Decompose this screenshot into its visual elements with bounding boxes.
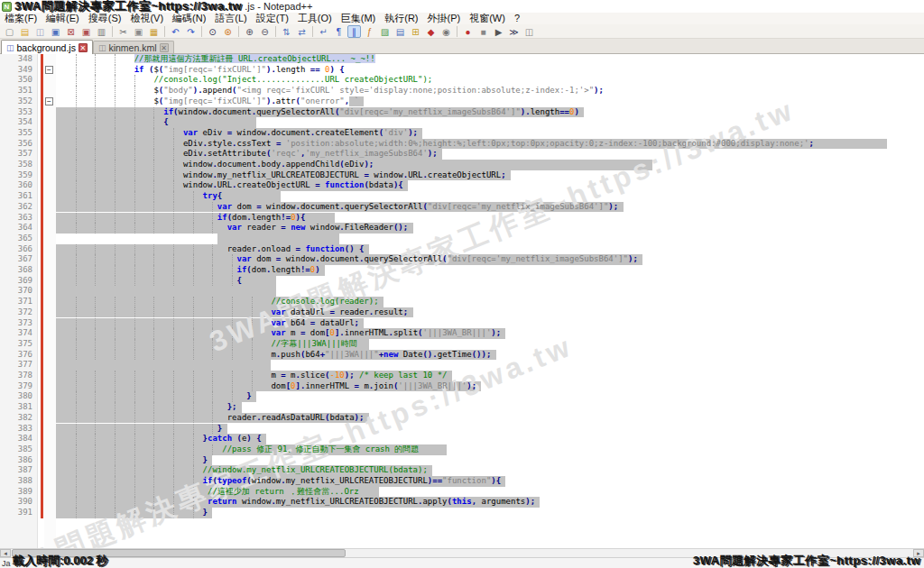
menu-item-巨集M[interactable]: 巨集(M) — [337, 13, 381, 24]
load-time-watermark: 載入時間:0.002 秒載入時間:0.002 秒 — [13, 553, 107, 568]
code-line[interactable]: eDiv.style.cssText = 'position:absolute;… — [56, 139, 814, 150]
code-line[interactable]: var m = dom[0].innerHTML.split('|||3WA_B… — [56, 328, 501, 339]
document-map-icon[interactable]: ▨ — [378, 25, 392, 38]
show-all-characters-icon[interactable]: ¶ — [332, 25, 346, 38]
zoom-in-icon[interactable]: ⊕ — [243, 25, 256, 38]
redo-icon[interactable]: ↷ — [184, 25, 198, 38]
word-wrap-icon[interactable]: ↵ — [317, 25, 330, 38]
code-line[interactable]: if(dom.length!=0){ — [56, 213, 305, 224]
tab-kinmen.kml[interactable]: ◫kinmen.kml✕ — [93, 41, 174, 53]
code-line[interactable]: var dataUrl = reader.result; — [56, 307, 408, 318]
undo-icon[interactable]: ↶ — [169, 25, 182, 38]
function-list-icon[interactable]: ƒ — [363, 25, 376, 38]
monitoring-eye-icon[interactable]: ◉ — [439, 25, 453, 38]
code-line[interactable]: } — [56, 455, 208, 466]
code-line[interactable]: m.push(b64+"|||3WA|||"+new Date().getTim… — [56, 350, 491, 361]
zoom-out-icon[interactable]: ⊖ — [258, 25, 272, 38]
code-line[interactable]: //window.my_netflix_URLCREATEOBJECTURL(b… — [56, 465, 428, 476]
menu-item-外掛P[interactable]: 外掛(P) — [423, 13, 466, 24]
title-bar: N 3WA問題解決專家工作室~https://3wa.tw3WA問題解決專家工作… — [0, 0, 924, 13]
tab-bar: ◫background.js✕◫kinmen.kml✕ — [0, 39, 924, 54]
code-line[interactable]: window.URL.createObjectURL = function(bd… — [56, 180, 403, 191]
menu-item-視窗W[interactable]: 視窗(W) — [465, 13, 510, 24]
menu-item-[interactable]: ? — [510, 13, 524, 24]
code-line[interactable]: reader.readAsDataURL(bdata); — [56, 413, 364, 424]
tab-background.js[interactable]: ◫background.js✕ — [1, 40, 93, 54]
code-line[interactable]: //console.log(reader); — [56, 297, 379, 307]
code-line[interactable]: return window.my_netflix_URLCREATEOBJECT… — [56, 497, 535, 508]
code-line[interactable]: window.my_netflix_URLCREATEOBJECTURL = w… — [56, 170, 506, 181]
macro-record-icon[interactable]: ● — [461, 25, 475, 38]
code-line[interactable]: }catch (e) { — [56, 434, 262, 444]
close-all-icon[interactable]: ▣ — [79, 25, 93, 38]
menu-item-執行R[interactable]: 執行(R) — [380, 13, 422, 24]
code-line[interactable]: { — [56, 276, 242, 287]
copy-icon[interactable]: ▣ — [132, 25, 145, 38]
macro-play-icon[interactable]: ▶ — [492, 25, 505, 38]
code-line[interactable]: var b64 = dataUrl; — [56, 318, 359, 329]
save-all-icon[interactable]: ▣ — [49, 25, 62, 38]
code-line[interactable]: //pass 修正 91、修正自動下一集會 crash 的問題 — [56, 444, 419, 455]
open-file-icon[interactable]: ▤ — [18, 25, 32, 38]
code-line[interactable]: } — [56, 508, 208, 518]
save-icon[interactable]: ◫ — [33, 25, 47, 38]
code-line[interactable]: var dom = window.document.querySelectorA… — [56, 202, 618, 213]
code-line[interactable]: eDiv.setAttribute('reqc','my_netflix_ima… — [56, 149, 438, 160]
code-line[interactable]: //字幕|||3WA|||時間 — [56, 339, 357, 350]
line-number: 387 — [0, 465, 32, 476]
file-icon: ◫ — [6, 43, 14, 52]
code-line[interactable]: }; — [56, 402, 237, 413]
code-line[interactable]: var reader = new window.FileReader(); — [56, 223, 408, 234]
code-line[interactable]: if(dom.length!=0) — [56, 265, 320, 276]
code-line[interactable]: var dom = window.document.querySelectorA… — [56, 254, 638, 265]
line-number: 354 — [0, 117, 32, 128]
code-line[interactable]: { — [56, 117, 169, 128]
line-number: 355 — [0, 128, 32, 139]
line-number: 366 — [0, 244, 32, 255]
close-icon[interactable]: ⊠ — [64, 25, 78, 38]
cut-icon[interactable]: ✂ — [116, 25, 130, 38]
new-file-icon[interactable]: ▢ — [3, 25, 16, 38]
code-line[interactable]: //console.log("Inject..............URL c… — [56, 75, 432, 86]
print-icon[interactable]: ▥ — [95, 25, 108, 38]
menu-item-工具O[interactable]: 工具(O) — [293, 13, 337, 24]
code-line[interactable]: if(typeof(window.my_netflix_URLCREATEOBJ… — [56, 476, 501, 487]
macro-run-multiple-icon[interactable]: ≫ — [507, 25, 521, 38]
sync-horizontal-icon[interactable]: ⇄ — [295, 25, 309, 38]
code-editor[interactable]: 3WA問題解決專家工作室~https://3wa.tw 3WA問題解決專家工作室… — [0, 54, 924, 548]
folder-workspace-icon[interactable]: ⊞ — [409, 25, 422, 38]
find-icon[interactable]: ⊙ — [206, 25, 219, 38]
tab-close-icon[interactable]: ✕ — [79, 43, 88, 52]
code-line[interactable]: window.document.body.appendChild(eDiv); — [56, 160, 374, 170]
code-line[interactable]: reader.onload = function() { — [56, 244, 364, 255]
document-list-icon[interactable]: ▤ — [393, 25, 407, 38]
code-line[interactable]: dom[0].innerHTML = m.join('|||3WA_BR|||'… — [56, 381, 476, 392]
code-line[interactable]: try{ — [56, 191, 222, 202]
macro-stop-icon[interactable]: ■ — [476, 25, 490, 38]
code-line[interactable]: if ($("img[reqc='fixCURL']").length == 0… — [56, 65, 345, 76]
line-number: 364 — [0, 223, 32, 234]
toolbar-separator — [275, 26, 276, 37]
code-line[interactable]: } — [56, 391, 252, 402]
code-line[interactable]: //這裡少加 return ，難怪會當...Orz — [56, 487, 359, 498]
menu-item-設定T[interactable]: 設定(T) — [252, 13, 293, 24]
tab-close-icon[interactable]: ✕ — [160, 43, 169, 52]
code-line[interactable]: $("img[reqc='fixCURL']").attr("onerror",… — [56, 96, 359, 107]
line-number: 378 — [0, 371, 32, 381]
sync-vertical-icon[interactable]: ⇅ — [280, 25, 293, 38]
scroll-left-arrow[interactable]: ◂ — [0, 549, 11, 557]
paste-icon[interactable]: ▦ — [147, 25, 161, 38]
macro-save-icon[interactable]: ◫ — [522, 25, 536, 38]
pdf-export-icon[interactable]: ◆ — [424, 25, 438, 38]
code-line[interactable]: if(window.document.querySelectorAll("div… — [56, 107, 579, 118]
fold-collapse-box[interactable]: − — [45, 66, 53, 74]
code-line[interactable]: m = m.slice(-10); /* keep last 10 */ — [56, 371, 448, 381]
fold-collapse-box[interactable]: − — [45, 97, 53, 105]
line-number: 390 — [0, 497, 32, 508]
code-line[interactable]: //那就用這個方法重新註冊 URL.createObjectURL... ~_~… — [56, 54, 375, 65]
replace-icon[interactable]: ⊛ — [221, 25, 235, 38]
show-indent-guide-icon[interactable]: ∥ — [347, 25, 361, 38]
code-line[interactable]: $("body").append("<img reqc='fixCURL' st… — [56, 86, 604, 96]
code-line[interactable]: var eDiv = window.document.createElement… — [56, 128, 418, 139]
code-line[interactable]: } — [56, 424, 222, 435]
